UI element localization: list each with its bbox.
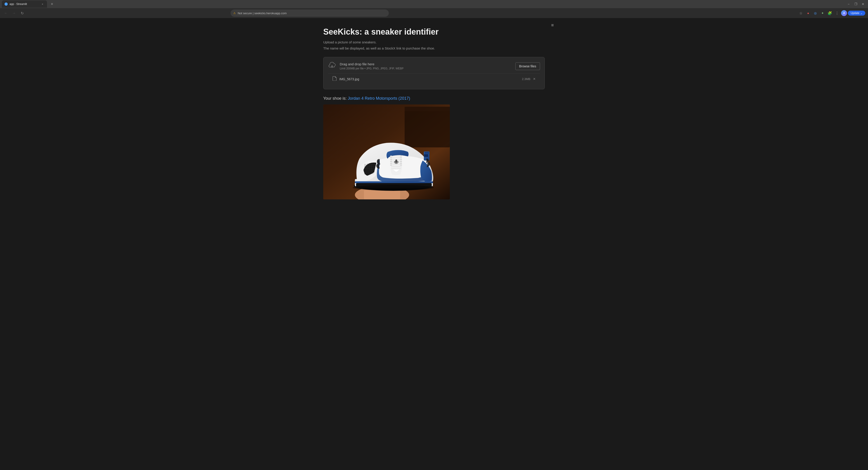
tab-close-button[interactable]: × (41, 2, 44, 6)
upload-zone: Drag and drop file here Limit 200MB per … (323, 57, 545, 89)
sneaker-image (323, 104, 450, 199)
svg-rect-1 (405, 107, 450, 147)
browser-chrome: app · Streamlit × + − ❐ ✕ ← → ↻ ⚠ Not se… (0, 0, 868, 18)
svg-rect-29 (390, 157, 392, 158)
tab-title: app · Streamlit (9, 2, 39, 6)
shoe-link[interactable]: Jordan 4 Retro Motorsports (2017) (348, 96, 410, 101)
hamburger-menu-icon[interactable]: ≡ (551, 23, 554, 28)
upload-text-area: Drag and drop file here Limit 200MB per … (340, 62, 512, 70)
svg-rect-32 (390, 163, 392, 164)
file-item: IMG_5673.jpg 2.3MB × (328, 73, 540, 85)
profile-avatar[interactable]: A (841, 10, 847, 16)
dots-menu-icon: ⋮ (834, 10, 840, 16)
svg-point-40 (352, 185, 434, 190)
svg-rect-33 (390, 164, 392, 165)
svg-rect-26 (425, 152, 429, 154)
browse-files-button[interactable]: Browse files (515, 62, 540, 70)
chrome-icon: ◎ (812, 10, 818, 16)
page-title: SeeKicks: a sneaker identifier (323, 27, 545, 37)
page-subtitle: Upload a picture of some sneakers. (323, 40, 545, 44)
upload-limit-text: Limit 200MB per file • JPG, PNG, JPEG, J… (340, 67, 512, 70)
cloud-upload-icon (328, 62, 336, 70)
svg-rect-30 (390, 159, 392, 160)
page-description: The name will be displayed, as well as a… (323, 46, 545, 50)
file-icon (333, 76, 337, 82)
tab-favicon (4, 2, 8, 6)
sneaker-svg (323, 104, 450, 199)
bookmark-button[interactable]: ☆ (798, 10, 804, 16)
browser-tab[interactable]: app · Streamlit × (2, 0, 47, 8)
svg-rect-37 (400, 161, 402, 162)
restore-button[interactable]: ❐ (852, 1, 859, 7)
browser-addressbar: ← → ↻ ⚠ Not secure | seekicks.herokuapp.… (0, 8, 868, 18)
update-button[interactable]: Update ⌄ (848, 11, 865, 15)
svg-rect-4 (364, 190, 400, 199)
file-size: 2.3MB (522, 77, 530, 81)
svg-rect-2 (405, 107, 450, 111)
window-controls: − ❐ ✕ (845, 1, 866, 7)
close-button[interactable]: ✕ (860, 1, 866, 7)
extensions-icon: ● (805, 10, 811, 16)
svg-rect-39 (400, 164, 402, 165)
new-tab-button[interactable]: + (49, 1, 55, 7)
extension-icon-2: ✦ (819, 10, 826, 16)
svg-rect-35 (400, 157, 402, 158)
svg-rect-34 (400, 156, 402, 156)
svg-rect-38 (400, 163, 402, 164)
back-button[interactable]: ← (3, 10, 9, 16)
security-label: Not secure | seekicks.herokuapp.com (238, 11, 386, 15)
svg-rect-31 (390, 161, 392, 162)
file-name: IMG_5673.jpg (339, 77, 518, 81)
svg-rect-28 (390, 156, 392, 156)
puzzle-icon[interactable]: 🧩 (827, 10, 833, 16)
reload-button[interactable]: ↻ (19, 10, 25, 16)
svg-rect-27 (424, 154, 428, 157)
file-remove-button[interactable]: × (533, 76, 535, 82)
upload-drag-text: Drag and drop file here (340, 62, 512, 66)
security-icon: ⚠ (233, 11, 236, 15)
upload-drop-area[interactable]: Drag and drop file here Limit 200MB per … (328, 62, 540, 70)
browser-titlebar: app · Streamlit × + − ❐ ✕ (0, 0, 868, 8)
browser-actions: ☆ ● ◎ ✦ 🧩 ⋮ A Update ⌄ (798, 10, 865, 16)
minimize-button[interactable]: − (845, 1, 852, 7)
svg-rect-36 (400, 159, 402, 160)
result-label: Your shoe is: Jordan 4 Retro Motorsports… (323, 96, 545, 101)
result-section: Your shoe is: Jordan 4 Retro Motorsports… (323, 96, 545, 199)
address-bar[interactable]: ⚠ Not secure | seekicks.herokuapp.com (230, 9, 389, 17)
page-content: ≡ SeeKicks: a sneaker identifier Upload … (310, 18, 558, 209)
forward-button[interactable]: → (11, 10, 17, 16)
